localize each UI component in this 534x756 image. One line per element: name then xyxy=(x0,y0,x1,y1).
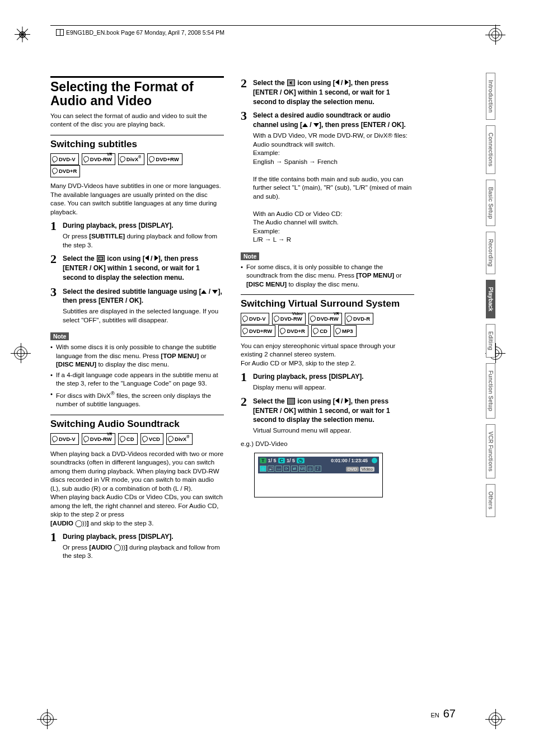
list-item: 3 Select the desired subtitle language u… xyxy=(50,287,224,325)
audio-notes: For some discs, it is only possible to c… xyxy=(241,263,414,289)
list-item: 1 During playback, press [DISPLAY]. Or p… xyxy=(50,532,224,561)
osd-example: T1/ 5 C1/ 5 ◷ 0:01:00 / 1:23:45 ◎🔊▭⟳⇄NR◎… xyxy=(254,453,383,497)
note-label: Note xyxy=(50,332,69,340)
section-rule xyxy=(50,135,224,135)
left-arrow-icon xyxy=(145,255,149,261)
media-badges: DVD-V DVD-RWVR CD VCD DivX® xyxy=(50,433,224,445)
list-item: 2 Select the icon using [ / ], then pres… xyxy=(50,254,224,282)
right-arrow-icon xyxy=(154,255,158,261)
list-item: 3 Select a desired audio soundtrack or a… xyxy=(241,111,414,244)
registration-mark-icon xyxy=(13,345,29,361)
list-item: 1 During playback, press [DISPLAY]. Disp… xyxy=(241,372,414,392)
list-item: For some discs, it is only possible to c… xyxy=(241,263,414,289)
subheading-vsur: Switching Virtual Surround System xyxy=(241,298,414,309)
vsur-body: You can enjoy stereophonic virtual space… xyxy=(241,342,414,368)
list-item: 2 Select the icon using [ / ], then pres… xyxy=(241,78,414,106)
section-rule xyxy=(50,76,224,78)
list-item: 2 Select the icon using [ / ], then pres… xyxy=(241,397,414,435)
tab-editing[interactable]: Editing xyxy=(486,324,495,358)
down-arrow-icon xyxy=(212,290,218,294)
media-badges: DVD-V DVD-RWVideo DVD-RWVR DVD-R DVD+RW … xyxy=(241,313,414,337)
tab-others[interactable]: Others xyxy=(486,484,495,516)
vsur-steps: 1 During playback, press [DISPLAY]. Disp… xyxy=(241,372,414,435)
tab-introduction[interactable]: Introduction xyxy=(486,73,495,120)
audio-body: When playing back a DVD-Videos recorded … xyxy=(50,450,224,528)
header-meta-text: E9NG1BD_EN.book Page 67 Monday, April 7,… xyxy=(66,29,224,36)
registration-mark-icon xyxy=(488,711,503,727)
section-tabs: Introduction Connections Basic Setup Rec… xyxy=(486,73,507,523)
header-meta: E9NG1BD_EN.book Page 67 Monday, April 7,… xyxy=(56,29,224,36)
registration-sun-icon xyxy=(16,28,29,41)
tab-vcr-functions[interactable]: VCR Functions xyxy=(486,424,495,479)
page-number: 67 xyxy=(443,707,456,720)
list-item: With some discs it is only possible to c… xyxy=(50,343,224,369)
tab-basic-setup[interactable]: Basic Setup xyxy=(486,180,495,226)
intro-text: You can select the format of audio and v… xyxy=(50,112,224,129)
subtitle-notes: With some discs it is only possible to c… xyxy=(50,343,224,408)
right-arrow-icon xyxy=(345,79,349,85)
tab-connections[interactable]: Connections xyxy=(486,125,495,174)
note-label: Note xyxy=(241,252,259,260)
book-icon xyxy=(56,29,64,36)
up-arrow-icon xyxy=(201,290,207,294)
section-rule xyxy=(50,415,224,415)
surround-icon xyxy=(287,398,295,405)
audio-icon xyxy=(287,79,295,86)
subtitles-steps: 1 During playback, press [DISPLAY]. Or p… xyxy=(50,221,224,325)
tab-function-setup[interactable]: Function Setup xyxy=(486,363,495,419)
registration-mark-icon xyxy=(488,27,503,43)
list-item: 1 During playback, press [DISPLAY]. Or p… xyxy=(50,221,224,250)
tab-playback[interactable]: Playback xyxy=(486,280,495,318)
section-rule xyxy=(241,294,414,295)
registration-mark-icon xyxy=(39,711,55,727)
subtitles-body: Many DVD-Videos have subtitles in one or… xyxy=(50,182,224,217)
list-item: For discs with DivX® files, the screen o… xyxy=(50,390,224,409)
header-rule xyxy=(50,25,500,26)
subtitle-icon xyxy=(97,255,105,262)
audio-steps: 1 During playback, press [DISPLAY]. Or p… xyxy=(50,532,224,561)
media-badges: DVD-V DVD-RWVR DivX® DVD+RW DVD+R xyxy=(50,153,224,178)
subheading-subtitles: Switching subtitles xyxy=(50,139,224,150)
page-footer: EN 67 xyxy=(430,707,456,720)
subheading-audio: Switching Audio Soundtrack xyxy=(50,419,224,430)
audio-steps-cont: 2 Select the icon using [ / ], then pres… xyxy=(241,78,414,245)
list-item: If a 4-digit language code appears in th… xyxy=(50,371,224,388)
example-label: e.g.) DVD-Video xyxy=(241,440,414,449)
tab-recording[interactable]: Recording xyxy=(486,232,495,274)
footer-lang: EN xyxy=(430,712,439,719)
page-title: Selecting the Format of Audio and Video xyxy=(50,80,224,109)
left-arrow-icon xyxy=(335,79,339,85)
